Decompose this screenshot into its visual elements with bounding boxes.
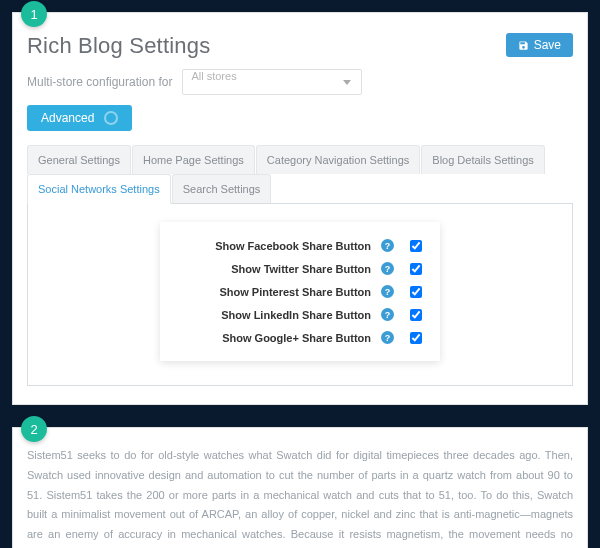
advanced-label: Advanced xyxy=(41,111,94,125)
store-select[interactable]: All stores xyxy=(182,69,362,95)
save-icon xyxy=(518,40,529,51)
help-icon[interactable]: ? xyxy=(381,239,394,252)
article-body: Sistem51 seeks to do for old-style watch… xyxy=(27,446,573,548)
store-select-value: All stores xyxy=(191,70,236,82)
save-label: Save xyxy=(534,38,561,52)
setting-googleplus-checkbox[interactable] xyxy=(410,332,422,344)
help-icon[interactable]: ? xyxy=(381,262,394,275)
step-badge-2: 2 xyxy=(21,416,47,442)
tab-content: Show Facebook Share Button ? Show Twitte… xyxy=(27,204,573,386)
settings-tabs: General Settings Home Page Settings Cate… xyxy=(27,145,573,204)
help-icon[interactable]: ? xyxy=(381,285,394,298)
tab-general[interactable]: General Settings xyxy=(27,145,131,174)
save-button[interactable]: Save xyxy=(506,33,573,57)
setting-twitter-label: Show Twitter Share Button xyxy=(178,263,371,275)
help-icon[interactable]: ? xyxy=(381,331,394,344)
tab-search[interactable]: Search Settings xyxy=(172,174,272,203)
tab-category-navigation[interactable]: Category Navigation Settings xyxy=(256,145,420,174)
setting-pinterest-checkbox[interactable] xyxy=(410,286,422,298)
toggle-icon xyxy=(104,111,118,125)
page-title: Rich Blog Settings xyxy=(27,33,210,59)
store-config-label: Multi-store configuration for xyxy=(27,75,172,89)
setting-linkedin-label: Show LinkedIn Share Button xyxy=(178,309,371,321)
tab-home-page[interactable]: Home Page Settings xyxy=(132,145,255,174)
setting-pinterest-label: Show Pinterest Share Button xyxy=(178,286,371,298)
preview-panel: 2 Sistem51 seeks to do for old-style wat… xyxy=(12,427,588,548)
help-icon[interactable]: ? xyxy=(381,308,394,321)
tab-blog-details[interactable]: Blog Details Settings xyxy=(421,145,545,174)
settings-panel: 1 Rich Blog Settings Save Multi-store co… xyxy=(12,12,588,405)
step-badge-1: 1 xyxy=(21,1,47,27)
setting-twitter-checkbox[interactable] xyxy=(410,263,422,275)
setting-facebook-checkbox[interactable] xyxy=(410,240,422,252)
tab-social-networks[interactable]: Social Networks Settings xyxy=(27,174,171,204)
setting-linkedin-checkbox[interactable] xyxy=(410,309,422,321)
social-settings-card: Show Facebook Share Button ? Show Twitte… xyxy=(160,222,440,361)
setting-facebook-label: Show Facebook Share Button xyxy=(178,240,371,252)
setting-googleplus-label: Show Google+ Share Button xyxy=(178,332,371,344)
advanced-toggle-button[interactable]: Advanced xyxy=(27,105,132,131)
